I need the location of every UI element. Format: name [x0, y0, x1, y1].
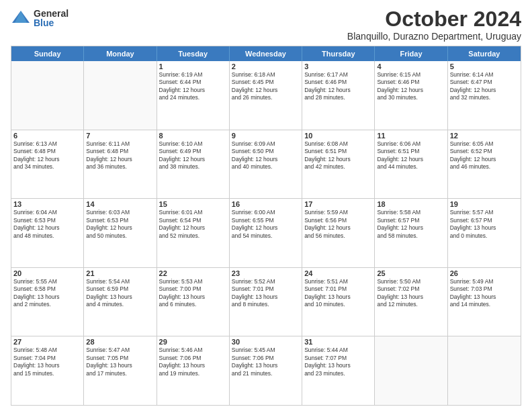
day-content: Sunrise: 6:09 AM Sunset: 6:50 PM Dayligh…: [232, 140, 300, 171]
day-content: Sunrise: 5:51 AM Sunset: 7:01 PM Dayligh…: [304, 278, 372, 309]
day-number: 29: [159, 338, 227, 346]
month-title: October 2024: [347, 8, 521, 30]
page: General Blue October 2024 Blanquillo, Du…: [0, 0, 532, 411]
day-cell-22: 22Sunrise: 5:53 AM Sunset: 7:00 PM Dayli…: [157, 268, 230, 336]
day-cell-15: 15Sunrise: 6:01 AM Sunset: 6:54 PM Dayli…: [157, 199, 230, 267]
day-cell-11: 11Sunrise: 6:06 AM Sunset: 6:51 PM Dayli…: [375, 130, 447, 199]
day-number: 3: [304, 62, 372, 71]
day-content: Sunrise: 6:13 AM Sunset: 6:48 PM Dayligh…: [13, 140, 81, 171]
day-number: 12: [450, 132, 519, 140]
day-cell-5: 5Sunrise: 6:14 AM Sunset: 6:47 PM Daylig…: [448, 61, 521, 130]
day-cell-30: 30Sunrise: 5:45 AM Sunset: 7:06 PM Dayli…: [230, 336, 302, 405]
day-cell-9: 9Sunrise: 6:09 AM Sunset: 6:50 PM Daylig…: [230, 130, 302, 199]
day-number: 5: [450, 62, 519, 71]
day-number: 4: [377, 62, 445, 71]
day-content: Sunrise: 5:53 AM Sunset: 7:00 PM Dayligh…: [159, 278, 227, 309]
day-content: Sunrise: 5:44 AM Sunset: 7:07 PM Dayligh…: [304, 347, 372, 377]
week-row-4: 20Sunrise: 5:55 AM Sunset: 6:58 PM Dayli…: [11, 268, 521, 337]
day-number: 7: [86, 132, 154, 140]
day-content: Sunrise: 6:18 AM Sunset: 6:45 PM Dayligh…: [232, 71, 300, 102]
day-content: Sunrise: 5:45 AM Sunset: 7:06 PM Dayligh…: [232, 347, 300, 377]
header-right: October 2024 Blanquillo, Durazno Departm…: [347, 8, 521, 42]
header-day-monday: Monday: [84, 46, 157, 61]
header-day-friday: Friday: [375, 46, 447, 61]
day-number: 31: [304, 338, 372, 346]
day-content: Sunrise: 6:06 AM Sunset: 6:51 PM Dayligh…: [377, 140, 445, 171]
day-content: Sunrise: 6:00 AM Sunset: 6:55 PM Dayligh…: [232, 209, 300, 240]
day-content: Sunrise: 5:59 AM Sunset: 6:56 PM Dayligh…: [304, 209, 372, 240]
day-cell-20: 20Sunrise: 5:55 AM Sunset: 6:58 PM Dayli…: [11, 268, 84, 336]
day-number: 8: [159, 132, 227, 140]
day-content: Sunrise: 5:47 AM Sunset: 7:05 PM Dayligh…: [86, 347, 154, 377]
day-cell-26: 26Sunrise: 5:49 AM Sunset: 7:03 PM Dayli…: [448, 268, 521, 336]
day-cell-16: 16Sunrise: 6:00 AM Sunset: 6:55 PM Dayli…: [230, 199, 302, 267]
day-cell-8: 8Sunrise: 6:10 AM Sunset: 6:49 PM Daylig…: [157, 130, 230, 199]
day-number: 22: [159, 269, 227, 277]
day-cell-23: 23Sunrise: 5:52 AM Sunset: 7:01 PM Dayli…: [230, 268, 302, 336]
day-cell-2: 2Sunrise: 6:18 AM Sunset: 6:45 PM Daylig…: [230, 61, 302, 130]
calendar-header: SundayMondayTuesdayWednesdayThursdayFrid…: [11, 46, 521, 61]
week-row-3: 13Sunrise: 6:04 AM Sunset: 6:53 PM Dayli…: [11, 199, 521, 268]
week-row-2: 6Sunrise: 6:13 AM Sunset: 6:48 PM Daylig…: [11, 130, 521, 199]
header-day-saturday: Saturday: [448, 46, 521, 61]
logo-icon: [11, 8, 31, 28]
day-cell-14: 14Sunrise: 6:03 AM Sunset: 6:53 PM Dayli…: [84, 199, 157, 267]
day-number: 14: [86, 200, 154, 208]
header-day-wednesday: Wednesday: [230, 46, 302, 61]
day-cell-12: 12Sunrise: 6:05 AM Sunset: 6:52 PM Dayli…: [448, 130, 521, 199]
calendar: SundayMondayTuesdayWednesdayThursdayFrid…: [11, 46, 521, 406]
logo: General Blue: [11, 8, 69, 28]
day-number: 20: [13, 269, 81, 277]
location: Blanquillo, Durazno Department, Uruguay: [347, 31, 521, 42]
logo-blue: Blue: [34, 18, 69, 28]
day-number: 25: [377, 269, 445, 277]
day-cell-6: 6Sunrise: 6:13 AM Sunset: 6:48 PM Daylig…: [11, 130, 84, 199]
header-day-sunday: Sunday: [11, 46, 84, 61]
day-content: Sunrise: 5:49 AM Sunset: 7:03 PM Dayligh…: [450, 278, 519, 309]
day-cell-27: 27Sunrise: 5:48 AM Sunset: 7:04 PM Dayli…: [11, 336, 84, 405]
day-number: 24: [304, 269, 372, 277]
day-cell-24: 24Sunrise: 5:51 AM Sunset: 7:01 PM Dayli…: [302, 268, 375, 336]
day-cell-18: 18Sunrise: 5:58 AM Sunset: 6:57 PM Dayli…: [375, 199, 447, 267]
day-content: Sunrise: 6:08 AM Sunset: 6:51 PM Dayligh…: [304, 140, 372, 171]
day-content: Sunrise: 5:52 AM Sunset: 7:01 PM Dayligh…: [232, 278, 300, 309]
day-cell-31: 31Sunrise: 5:44 AM Sunset: 7:07 PM Dayli…: [302, 336, 375, 405]
day-content: Sunrise: 6:15 AM Sunset: 6:46 PM Dayligh…: [377, 71, 445, 102]
empty-cell: [448, 336, 521, 405]
day-number: 10: [304, 132, 372, 140]
day-content: Sunrise: 5:55 AM Sunset: 6:58 PM Dayligh…: [13, 278, 81, 309]
day-number: 23: [232, 269, 300, 277]
day-number: 30: [232, 338, 300, 346]
day-number: 1: [159, 62, 227, 71]
day-number: 9: [232, 132, 300, 140]
calendar-body: 1Sunrise: 6:19 AM Sunset: 6:44 PM Daylig…: [11, 61, 521, 405]
day-number: 27: [13, 338, 81, 346]
empty-cell: [375, 336, 447, 405]
day-number: 6: [13, 132, 81, 140]
day-number: 17: [304, 200, 372, 208]
day-number: 11: [377, 132, 445, 140]
empty-cell: [84, 61, 157, 130]
day-content: Sunrise: 5:48 AM Sunset: 7:04 PM Dayligh…: [13, 347, 81, 377]
day-content: Sunrise: 6:03 AM Sunset: 6:53 PM Dayligh…: [86, 209, 154, 240]
day-number: 21: [86, 269, 154, 277]
day-content: Sunrise: 6:19 AM Sunset: 6:44 PM Dayligh…: [159, 71, 227, 102]
day-content: Sunrise: 6:04 AM Sunset: 6:53 PM Dayligh…: [13, 209, 81, 240]
day-cell-13: 13Sunrise: 6:04 AM Sunset: 6:53 PM Dayli…: [11, 199, 84, 267]
day-content: Sunrise: 5:46 AM Sunset: 7:06 PM Dayligh…: [159, 347, 227, 377]
day-cell-1: 1Sunrise: 6:19 AM Sunset: 6:44 PM Daylig…: [157, 61, 230, 130]
day-cell-10: 10Sunrise: 6:08 AM Sunset: 6:51 PM Dayli…: [302, 130, 375, 199]
top-section: General Blue October 2024 Blanquillo, Du…: [11, 8, 521, 42]
day-cell-19: 19Sunrise: 5:57 AM Sunset: 6:57 PM Dayli…: [448, 199, 521, 267]
day-cell-21: 21Sunrise: 5:54 AM Sunset: 6:59 PM Dayli…: [84, 268, 157, 336]
day-number: 16: [232, 200, 300, 208]
day-content: Sunrise: 5:50 AM Sunset: 7:02 PM Dayligh…: [377, 278, 445, 309]
day-number: 18: [377, 200, 445, 208]
day-content: Sunrise: 6:05 AM Sunset: 6:52 PM Dayligh…: [450, 140, 519, 171]
day-number: 26: [450, 269, 519, 277]
logo-general: General: [34, 9, 69, 18]
day-content: Sunrise: 6:17 AM Sunset: 6:46 PM Dayligh…: [304, 71, 372, 102]
day-cell-7: 7Sunrise: 6:11 AM Sunset: 6:48 PM Daylig…: [84, 130, 157, 199]
day-number: 15: [159, 200, 227, 208]
day-cell-4: 4Sunrise: 6:15 AM Sunset: 6:46 PM Daylig…: [375, 61, 447, 130]
